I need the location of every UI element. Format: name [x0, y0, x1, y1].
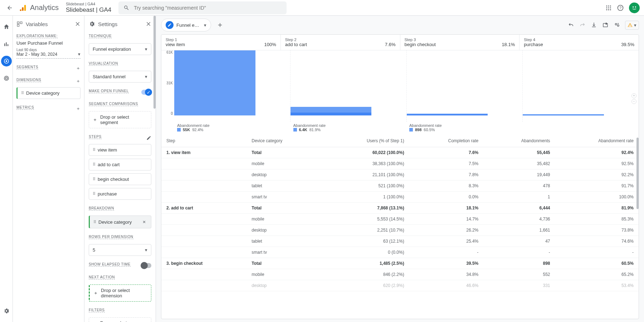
table-cell: 7.5%: [409, 158, 484, 169]
table-cell: 14.7%: [409, 214, 484, 225]
table-cell: 552: [483, 269, 555, 280]
table-cell: 6,444: [483, 203, 555, 214]
table-cell: [161, 192, 247, 203]
table-header[interactable]: Abandonment rate: [555, 135, 639, 147]
abandonment-label: Abandonment rate: [409, 123, 523, 128]
apps-icon[interactable]: [605, 5, 612, 11]
svg-point-3: [606, 5, 607, 6]
table-header[interactable]: Abandonments: [483, 135, 555, 147]
undo-button[interactable]: [568, 22, 574, 28]
help-icon[interactable]: ?: [617, 4, 624, 11]
nav-advertising-icon[interactable]: [1, 73, 12, 84]
table-cell: [161, 158, 247, 169]
step-chip[interactable]: ⠿add to cart: [89, 159, 151, 170]
funnel-column: [291, 50, 407, 122]
table-cell: [161, 236, 247, 247]
table-header[interactable]: Step: [161, 135, 247, 147]
user-avatar[interactable]: [629, 3, 640, 13]
drop-next-action-area[interactable]: ＋ Drop or select dimension: [89, 284, 151, 302]
dimensions-label: DIMENSIONS: [16, 78, 41, 82]
technique-select[interactable]: Funnel exploration ▾: [89, 43, 151, 55]
drop-segment-area[interactable]: ＋ Drop or select segment: [89, 111, 151, 128]
zoom-out-button[interactable]: −: [631, 99, 636, 104]
drop-filter-area[interactable]: ＋ Drop or select dimension or metric: [89, 317, 151, 322]
search-input[interactable]: [134, 5, 282, 11]
search-bar[interactable]: [118, 1, 287, 14]
product-name: Analytics: [30, 4, 59, 12]
table-cell: 2,251 (10.7%): [322, 225, 409, 236]
zoom-in-button[interactable]: +: [631, 93, 636, 98]
open-funnel-toggle[interactable]: ✓: [141, 90, 151, 95]
download-button[interactable]: [591, 22, 597, 28]
exploration-name-input[interactable]: [16, 40, 80, 46]
share-button[interactable]: [614, 22, 620, 28]
table-cell: 34.8%: [409, 269, 484, 280]
chip-label: begin checkout: [98, 177, 129, 182]
svg-point-10: [608, 9, 609, 10]
table-header[interactable]: Device category: [247, 135, 322, 147]
table-row: mobile846 (2.2%)34.8%55265.2%: [161, 269, 639, 280]
table-cell: 25.4%: [409, 236, 484, 247]
table-cell: 846 (2.2%): [322, 269, 409, 280]
table-cell: 1,485 (2.5%): [322, 258, 409, 269]
visualization-select[interactable]: Standard funnel ▾: [89, 71, 151, 83]
step-chip[interactable]: ⠿begin checkout: [89, 173, 151, 185]
drag-handle-icon: ⠿: [93, 177, 95, 182]
account-selector[interactable]: Slidebeast | GA4 Slidebeast | GA4: [66, 2, 111, 14]
funnel-data-table: StepDevice categoryUsers (% of Step 1)Co…: [161, 135, 639, 291]
close-settings-button[interactable]: [146, 21, 151, 27]
export-button[interactable]: [602, 22, 609, 28]
table-header[interactable]: Users (% of Step 1): [322, 135, 409, 147]
drag-handle-icon: ⠿: [93, 220, 96, 224]
table-header[interactable]: Completion rate: [409, 135, 484, 147]
add-dimension-button[interactable]: ＋: [76, 78, 80, 84]
exploration-tab[interactable]: Funnel explor… ▾: [161, 19, 211, 31]
date-range-picker[interactable]: Last 90 days Mar 2 - May 30, 2024 ▾: [16, 48, 80, 59]
date-range: Mar 2 - May 30, 2024: [16, 52, 57, 57]
nav-home-icon[interactable]: [1, 21, 12, 32]
table-cell: 60,022 (100.0%): [322, 147, 409, 158]
funnel-bar-overlay: [291, 113, 372, 115]
table-cell: 1 (100.0%): [322, 192, 409, 203]
svg-rect-18: [8, 44, 8, 46]
drag-handle-icon: ⠿: [93, 148, 95, 152]
svg-point-29: [618, 25, 619, 26]
step-chip[interactable]: ⠿purchase: [89, 188, 151, 200]
remove-chip-button[interactable]: [141, 219, 147, 225]
add-segment-button[interactable]: ＋: [76, 65, 80, 71]
technique-value: Funnel exploration: [93, 46, 131, 52]
redo-button[interactable]: [579, 22, 586, 28]
close-variables-button[interactable]: [75, 21, 80, 27]
nav-explore-icon[interactable]: [1, 56, 12, 66]
edit-steps-button[interactable]: [146, 135, 151, 140]
nav-reports-icon[interactable]: [1, 39, 12, 49]
add-metric-button[interactable]: ＋: [76, 105, 80, 112]
breadcrumb-account: Slidebeast | GA4: [66, 2, 111, 6]
funnel-step-header: Step 3begin checkout18.1%: [400, 35, 520, 50]
drop-label: Drop or select dimension: [101, 288, 147, 298]
table-cell: 478: [483, 180, 555, 192]
table-row: smart tv1 (100.0%)0.0%1100.0%: [161, 192, 639, 203]
table-row: mobile38,363 (100.0%)7.5%35,48292.5%: [161, 158, 639, 169]
add-tab-button[interactable]: [215, 20, 225, 30]
exploration-name-label: EXPLORATION NAME:: [16, 34, 58, 38]
tab-label: Funnel explor…: [176, 23, 201, 28]
elapsed-time-toggle[interactable]: [141, 263, 151, 268]
table-cell: [161, 225, 247, 236]
table-cell: 60.5%: [555, 258, 639, 269]
sampling-warning[interactable]: ▾: [625, 21, 639, 30]
breakdown-chip[interactable]: ⠿ Device category: [89, 216, 151, 228]
table-scrollbar[interactable]: [636, 138, 639, 209]
table-cell: 0 (0.0%): [322, 247, 409, 258]
table-cell: 1,661: [483, 225, 555, 236]
back-button[interactable]: [4, 3, 15, 13]
rows-per-dim-select[interactable]: 5 ▾: [89, 244, 151, 256]
step-percent: 100%: [264, 42, 276, 47]
dimension-chip[interactable]: ⠿ Device category: [16, 87, 80, 99]
color-swatch: [409, 128, 413, 132]
table-cell: 100.0%: [555, 192, 639, 203]
drag-handle-icon: ⠿: [93, 162, 95, 167]
step-chip[interactable]: ⠿view item: [89, 144, 151, 156]
settings-scrollbar[interactable]: [153, 16, 156, 109]
nav-admin-icon[interactable]: [1, 306, 12, 316]
